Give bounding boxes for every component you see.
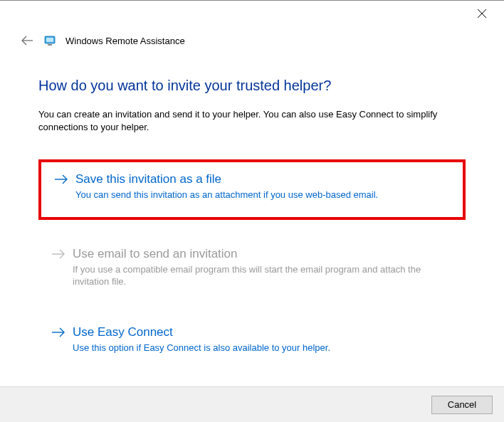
- page-title: How do you want to invite your trusted h…: [38, 78, 466, 94]
- arrow-right-icon: [51, 325, 65, 339]
- option-title: Use Easy Connect: [73, 325, 173, 339]
- svg-rect-4: [46, 38, 53, 42]
- option-description: If you use a compatible email program th…: [73, 264, 453, 288]
- option-use-email: Use email to send an invitation If you u…: [38, 237, 466, 300]
- app-icon: [44, 34, 57, 47]
- svg-rect-5: [48, 44, 52, 46]
- content: How do you want to invite your trusted h…: [0, 49, 504, 366]
- close-icon: [478, 9, 486, 18]
- option-title: Save this invitation as a file: [75, 172, 221, 186]
- cancel-button[interactable]: Cancel: [431, 396, 493, 414]
- option-easy-connect[interactable]: Use Easy Connect Use this option if Easy…: [38, 315, 466, 366]
- option-save-file[interactable]: Save this invitation as a file You can s…: [38, 159, 466, 220]
- arrow-right-icon: [51, 247, 65, 261]
- app-title: Windows Remote Assistance: [65, 36, 185, 46]
- back-button[interactable]: [19, 32, 36, 49]
- footer: Cancel: [0, 386, 504, 422]
- close-button[interactable]: [473, 4, 491, 23]
- arrow-right-icon: [54, 172, 68, 186]
- header-row: Windows Remote Assistance: [0, 26, 504, 49]
- titlebar: [0, 1, 504, 26]
- option-description: You can send this invitation as an attac…: [75, 189, 450, 201]
- option-title: Use email to send an invitation: [73, 247, 238, 261]
- back-arrow-icon: [21, 36, 33, 46]
- page-description: You can create an invitation and send it…: [38, 108, 466, 134]
- option-description: Use this option if Easy Connect is also …: [73, 342, 453, 354]
